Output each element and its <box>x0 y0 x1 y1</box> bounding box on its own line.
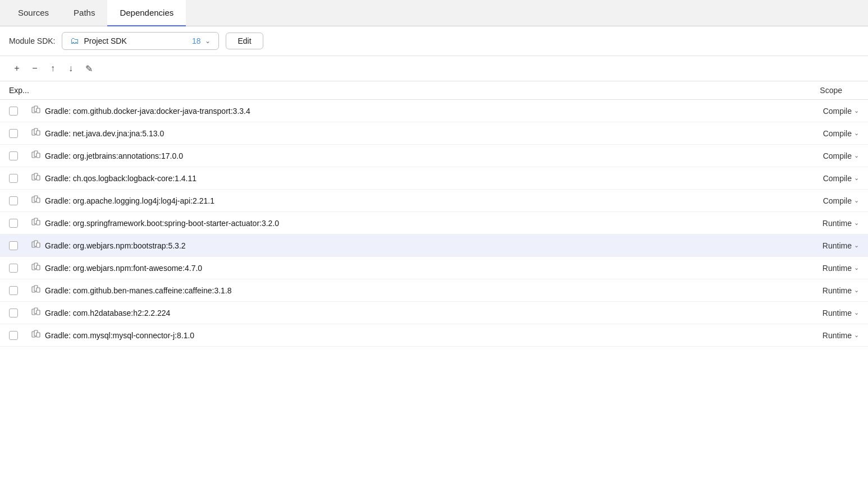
row-checkbox[interactable] <box>9 174 18 183</box>
dependency-label: Gradle: com.mysql:mysql-connector-j:8.1.… <box>45 331 194 340</box>
tab-paths[interactable]: Paths <box>61 0 107 26</box>
scope-cell: Runtime ⌄ <box>769 264 859 273</box>
table-row[interactable]: Gradle: org.webjars.npm:font-awesome:4.7… <box>0 257 868 279</box>
row-checkbox[interactable] <box>9 331 18 340</box>
dependency-icon <box>31 150 40 161</box>
svg-rect-17 <box>36 220 40 225</box>
sdk-dropdown[interactable]: 🗂 Project SDK 18 ⌄ <box>62 32 219 50</box>
checkbox-cell <box>9 151 31 160</box>
dependency-label: Gradle: org.apache.logging.log4j:log4j-a… <box>45 196 214 205</box>
move-up-button[interactable]: ↑ <box>45 61 61 76</box>
row-checkbox[interactable] <box>9 151 18 160</box>
dependency-name-cell: Gradle: org.webjars.npm:font-awesome:4.7… <box>31 263 769 273</box>
export-label: Exp... <box>9 86 29 95</box>
svg-rect-32 <box>36 333 40 337</box>
scope-value: Runtime <box>823 219 852 228</box>
row-checkbox[interactable] <box>9 107 18 116</box>
scope-cell: Runtime ⌄ <box>769 309 859 317</box>
table-row[interactable]: Gradle: com.github.ben-manes.caffeine:ca… <box>0 279 868 302</box>
dependency-name-cell: Gradle: net.java.dev.jna:jna:5.13.0 <box>31 128 769 139</box>
dependency-icon <box>31 195 40 206</box>
checkbox-cell <box>9 219 31 228</box>
scope-value: Runtime <box>823 241 852 250</box>
sdk-folder-icon: 🗂 <box>70 36 79 46</box>
sdk-chevron-icon: ⌄ <box>205 37 211 45</box>
scope-chevron-icon[interactable]: ⌄ <box>854 130 859 137</box>
row-checkbox[interactable] <box>9 219 18 228</box>
scope-value: Compile <box>823 107 852 116</box>
dependency-name-cell: Gradle: org.webjars.npm:bootstrap:5.3.2 <box>31 240 769 251</box>
scope-chevron-icon[interactable]: ⌄ <box>854 107 859 114</box>
table-header: Exp... Scope <box>0 81 868 100</box>
table-row[interactable]: Gradle: org.apache.logging.log4j:log4j-a… <box>0 190 868 212</box>
table-row[interactable]: Gradle: ch.qos.logback:logback-core:1.4.… <box>0 167 868 190</box>
svg-rect-23 <box>36 265 40 270</box>
svg-rect-20 <box>36 243 40 247</box>
dependency-label: Gradle: com.h2database:h2:2.2.224 <box>45 309 170 317</box>
dependency-label: Gradle: org.springframework.boot:spring-… <box>45 219 279 228</box>
row-checkbox[interactable] <box>9 264 18 273</box>
row-checkbox[interactable] <box>9 196 18 205</box>
edit-button[interactable]: Edit <box>226 33 263 49</box>
scope-chevron-icon[interactable]: ⌄ <box>854 264 859 271</box>
scope-chevron-icon[interactable]: ⌄ <box>854 242 859 249</box>
svg-rect-14 <box>36 198 40 203</box>
add-button[interactable]: + <box>9 61 25 76</box>
scope-cell: Runtime ⌄ <box>769 331 859 340</box>
tab-sources[interactable]: Sources <box>6 0 61 26</box>
checkbox-cell <box>9 309 31 317</box>
checkbox-cell <box>9 331 31 340</box>
dependency-label: Gradle: net.java.dev.jna:jna:5.13.0 <box>45 129 164 138</box>
table-row[interactable]: Gradle: org.springframework.boot:spring-… <box>0 212 868 234</box>
svg-rect-29 <box>36 310 40 315</box>
dependency-name-cell: Gradle: com.mysql:mysql-connector-j:8.1.… <box>31 330 769 340</box>
row-checkbox[interactable] <box>9 309 18 317</box>
dependency-name-cell: Gradle: com.github.docker-java:docker-ja… <box>31 105 769 116</box>
scope-chevron-icon[interactable]: ⌄ <box>854 152 859 159</box>
svg-rect-8 <box>36 153 40 158</box>
row-checkbox[interactable] <box>9 129 18 138</box>
checkbox-cell <box>9 174 31 183</box>
svg-rect-26 <box>36 288 40 292</box>
scope-chevron-icon[interactable]: ⌄ <box>854 332 859 339</box>
table-row[interactable]: Gradle: com.h2database:h2:2.2.224 Runtim… <box>0 302 868 324</box>
dependency-label: Gradle: org.jetbrains:annotations:17.0.0 <box>45 151 183 160</box>
scope-chevron-icon[interactable]: ⌄ <box>854 197 859 204</box>
scope-chevron-icon[interactable]: ⌄ <box>854 174 859 182</box>
checkbox-cell <box>9 107 31 116</box>
scope-chevron-icon[interactable]: ⌄ <box>854 219 859 227</box>
sdk-version: 18 <box>192 36 201 45</box>
table-row[interactable]: Gradle: com.github.docker-java:docker-ja… <box>0 100 868 122</box>
scope-cell: Compile ⌄ <box>769 196 859 205</box>
row-checkbox[interactable] <box>9 241 18 250</box>
table-row[interactable]: Gradle: org.webjars.npm:bootstrap:5.3.2 … <box>0 234 868 257</box>
edit-dep-button[interactable]: ✎ <box>81 61 97 76</box>
table-row[interactable]: Gradle: net.java.dev.jna:jna:5.13.0 Comp… <box>0 122 868 145</box>
table-row[interactable]: Gradle: com.mysql:mysql-connector-j:8.1.… <box>0 324 868 347</box>
scope-value: Runtime <box>823 286 852 295</box>
dependency-icon <box>31 105 40 116</box>
scope-chevron-icon[interactable]: ⌄ <box>854 287 859 294</box>
dependency-icon <box>31 128 40 139</box>
dependency-icon <box>31 307 40 318</box>
checkbox-cell <box>9 196 31 205</box>
module-sdk-row: Module SDK: 🗂 Project SDK 18 ⌄ Edit <box>0 26 868 56</box>
module-sdk-label: Module SDK: <box>9 36 55 45</box>
svg-rect-5 <box>36 131 40 135</box>
remove-button[interactable]: − <box>27 61 43 76</box>
svg-rect-11 <box>36 176 40 180</box>
scope-cell: Compile ⌄ <box>769 107 859 116</box>
table-row[interactable]: Gradle: org.jetbrains:annotations:17.0.0… <box>0 145 868 167</box>
toolbar: + − ↑ ↓ ✎ <box>0 56 868 81</box>
row-checkbox[interactable] <box>9 286 18 295</box>
scope-header: Scope <box>769 86 859 95</box>
scope-chevron-icon[interactable]: ⌄ <box>854 309 859 316</box>
scope-cell: Runtime ⌄ <box>769 286 859 295</box>
tab-dependencies[interactable]: Dependencies <box>107 0 186 26</box>
dependency-name-cell: Gradle: com.h2database:h2:2.2.224 <box>31 307 769 318</box>
move-down-button[interactable]: ↓ <box>63 61 79 76</box>
dependency-label: Gradle: com.github.ben-manes.caffeine:ca… <box>45 286 232 295</box>
dependency-label: Gradle: com.github.docker-java:docker-ja… <box>45 107 250 116</box>
scope-cell: Compile ⌄ <box>769 129 859 138</box>
dependencies-table: Gradle: com.github.docker-java:docker-ja… <box>0 100 868 347</box>
